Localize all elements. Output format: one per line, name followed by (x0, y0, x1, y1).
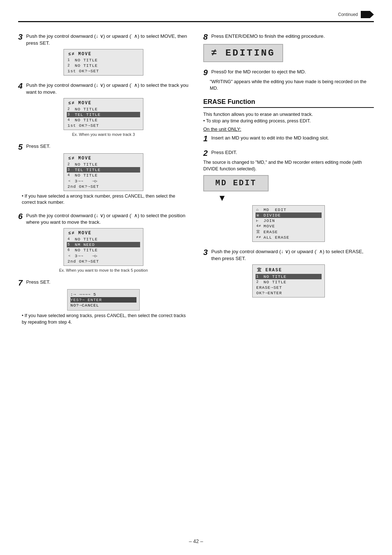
erase-step-1-num: 1 (203, 135, 210, 143)
step-5-num: 5 (18, 143, 25, 151)
erase-step-3-header: 3 Push the joy control downward (↓ ∨) or… (203, 248, 374, 262)
erase-step-2-text: Press EDIT. (211, 149, 237, 156)
step-5-note: If you have selected a wrong track numbe… (22, 193, 189, 206)
page-container: Continued 3 Push the joy control downwar… (0, 0, 392, 555)
step-4-lcd-title: ≤≠ MOVE (67, 100, 140, 106)
step-4-header: 4 Push the joy control downward (↓ ∨) or… (18, 82, 189, 96)
step-7-lcd: :→ →→→→ 5 YES?→ ENTER NO?→CANCEL (67, 289, 140, 311)
step-5-lcd-row-4: ＜ 3→→ →▷ (67, 178, 140, 184)
step-3-lcd-row-2: 2 NO TITLE (67, 63, 140, 68)
erase-step-1: 1 Insert an MD you want to edit into the… (203, 135, 374, 143)
step-3-lcd-title: ≤≠ MOVE (67, 51, 140, 57)
step-7-header: 7 Press SET. (18, 279, 189, 287)
step-5-lcd-row-1: 2 NO TITLE (67, 162, 140, 167)
erase-step-2-lcd-md-text: MD EDIT (208, 179, 264, 188)
erase-step-1-text: Insert an MD you want to edit into the M… (211, 135, 329, 142)
erase-step-2-header: 2 Press EDIT. (203, 149, 374, 157)
page-number: – 42 – (189, 538, 203, 544)
step-6-lcd-row-2: 5 NM NEED (67, 242, 140, 247)
step-3-lcd: ≤≠ MOVE 1 NO TITLE 2 NO TITLE 1st OK?→SE… (64, 49, 143, 76)
main-columns: 3 Push the joy control downward (↓ ∨) or… (18, 33, 374, 332)
step-3: 3 Push the joy control downward (↓ ∨) or… (18, 33, 189, 76)
step-3-header: 3 Push the joy control downward (↓ ∨) or… (18, 33, 189, 47)
erase-step-3-lcd-row-2: 2 NO TITLE (256, 279, 322, 285)
continued-label: Continued (338, 12, 358, 17)
left-column: 3 Push the joy control downward (↓ ∨) or… (18, 33, 189, 332)
erase-menu-row-2: ⊢ JOIN (256, 218, 322, 223)
step-9-header: 9 Press0 for the MD recorder to eject th… (203, 69, 374, 77)
step-4: 4 Push the joy control downward (↓ ∨) or… (18, 82, 189, 137)
erase-desc: This function allows you to erase an unw… (203, 112, 374, 117)
step-9-note: "WRITING" appears while the editing you … (210, 79, 374, 92)
step-5-lcd-title: ≤≠ MOVE (67, 155, 140, 162)
right-column: 8 Press ENTER/DEMO to finish the editing… (203, 33, 374, 332)
step-3-num: 3 (18, 33, 25, 41)
step-9: 9 Press0 for the MD recorder to eject th… (203, 69, 374, 92)
step-4-lcd-row-3: 4 NO TITLE (67, 117, 140, 123)
step-8-lcd: ≠ EDITING (203, 44, 283, 62)
on-unit-only: On the unit ONLY: (203, 126, 374, 132)
step-8: 8 Press ENTER/DEMO to finish the editing… (203, 33, 374, 62)
erase-menu-row-4: 宜 ERASE (256, 229, 322, 235)
step-4-caption: Ex. When you want to move track 3 (18, 132, 189, 137)
step-5: 5 Press SET. ≤≠ MOVE 2 NO TITLE 3 TEL TI… (18, 143, 189, 206)
step-6-text: Push the joy control downward (↓ ∨) or u… (26, 212, 189, 226)
erase-step-2-menu: ⌂ MD EDIT ※ DIVIDE ⊢ JOIN 4≠ (252, 205, 325, 242)
step-5-text: Press SET. (26, 143, 50, 150)
step-6-lcd: ≤≠ MOVE 4 NO TITLE 5 NM NEED 6 NO TITLE (64, 228, 143, 266)
top-rule (18, 21, 374, 22)
step-5-lcd-footer: 2nd OK?→SET (67, 184, 140, 189)
step-5-lcd-row-2: 3 TEL TITLE (67, 167, 140, 173)
erase-section: ERASE Function This function allows you … (203, 98, 374, 297)
step-7-note: If you have selected wrong tracks, press… (22, 313, 189, 325)
step-7-lcd-row3: NO?→CANCEL (70, 303, 136, 308)
erase-menu-row-1: ※ DIVIDE (256, 212, 322, 218)
erase-title: ERASE Function (203, 98, 374, 108)
erase-step-3-lcd-footer1: ERASE→SET (256, 285, 322, 290)
top-bar: Continued (18, 11, 374, 18)
arrow-down-icon: ▼ (218, 193, 374, 203)
erase-note: To stop any time during editing process,… (203, 118, 374, 123)
step-9-num: 9 (203, 69, 210, 77)
step-8-header: 8 Press ENTER/DEMO to finish the editing… (203, 33, 374, 41)
erase-step-2-desc: The source is changed to "MD," and the M… (203, 159, 374, 172)
step-6-lcd-row-4: ＜ 3→→ →▷ (67, 253, 140, 259)
erase-menu-row-3: 4≠ MOVE (256, 223, 322, 229)
step-9-text: Press0 for the MD recorder to eject the … (211, 69, 306, 76)
erase-step-3-text: Push the joy control downward (↓ ∨) or u… (211, 248, 374, 262)
step-5-header: 5 Press SET. (18, 143, 189, 151)
erase-step-3-num: 3 (203, 248, 210, 256)
continued-arrow-icon (361, 11, 374, 18)
erase-menu-row-0: ⌂ MD EDIT (256, 207, 322, 212)
erase-step-2: 2 Press EDIT. The source is changed to "… (203, 149, 374, 242)
step-4-lcd: ≤≠ MOVE 2 NO TITLE 3 TEL TITLE 4 NO TITL… (64, 98, 143, 130)
erase-step-3-lcd: 宜 ERASE 1 NO TITLE 2 NO TITLE ERASE→SET (252, 264, 325, 297)
step-6-lcd-row-3: 6 NO TITLE (67, 247, 140, 253)
step-8-num: 8 (203, 33, 210, 41)
step-3-lcd-row-1: 1 NO TITLE (67, 57, 140, 63)
erase-step-3: 3 Push the joy control downward (↓ ∨) or… (203, 248, 374, 297)
step-5-lcd: ≤≠ MOVE 2 NO TITLE 3 TEL TITLE 4 NO TITL… (64, 153, 143, 191)
step-4-lcd-footer: 1st OK?→SET (67, 123, 140, 128)
step-7-text: Press SET. (26, 279, 50, 286)
step-3-lcd-footer: 1st OK?→SET (67, 68, 140, 74)
step-6: 6 Push the joy control downward (↓ ∨) or… (18, 212, 189, 273)
erase-step-3-lcd-title: 宜 ERASE (256, 266, 322, 274)
step-6-caption: Ex. When you want to move to the track 5… (18, 268, 189, 272)
step-7-lcd-row1: :→ →→→→ 5 (70, 292, 136, 297)
step-4-lcd-row-1: 2 NO TITLE (67, 106, 140, 112)
step-8-text: Press ENTER/DEMO to finish the editing p… (211, 33, 325, 40)
step-6-lcd-title: ≤≠ MOVE (67, 230, 140, 236)
step-6-lcd-footer: 2nd OK?→SET (67, 259, 140, 264)
step-5-lcd-row-3: 4 NO TITLE (67, 173, 140, 178)
step-4-text: Push the joy control downward (↓ ∨) or u… (26, 82, 189, 96)
erase-menu-row-5: ≠≠ ALL ERASE (256, 235, 322, 240)
erase-step-3-lcd-row-1: 1 NO TITLE (256, 274, 322, 279)
erase-step-1-header: 1 Insert an MD you want to edit into the… (203, 135, 374, 143)
erase-step-2-num: 2 (203, 149, 210, 157)
step-6-num: 6 (18, 212, 25, 220)
step-8-lcd-text: ≠ EDITING (208, 48, 278, 58)
step-7-num: 7 (18, 279, 25, 287)
step-7: 7 Press SET. :→ →→→→ 5 YES?→ ENTER NO?→C… (18, 279, 189, 325)
step-3-text: Push the joy control downward (↓ ∨) or u… (26, 33, 189, 47)
